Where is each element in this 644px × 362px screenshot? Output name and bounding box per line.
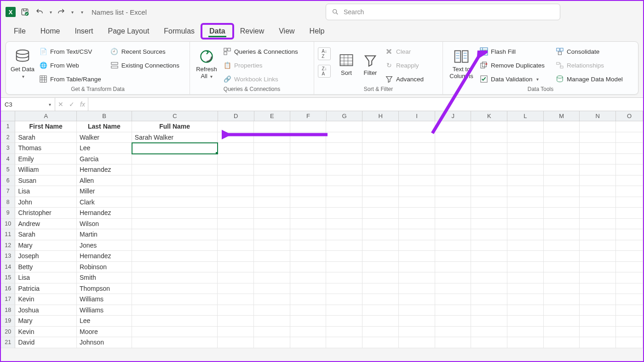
cell-B7[interactable]: Miller: [77, 186, 132, 197]
cell-O16[interactable]: [616, 283, 643, 294]
cell-B10[interactable]: Wilson: [77, 219, 132, 230]
cell-J20[interactable]: [435, 327, 472, 338]
cell-D11[interactable]: [218, 229, 254, 240]
cell-B5[interactable]: Hernandez: [77, 164, 132, 175]
cell-L7[interactable]: [507, 186, 544, 197]
tab-help[interactable]: Help: [302, 24, 332, 38]
cell-C2[interactable]: Sarah Walker: [132, 132, 218, 143]
cell-A19[interactable]: Mary: [15, 316, 77, 327]
cell-G4[interactable]: [326, 154, 362, 165]
cell-I18[interactable]: [399, 305, 435, 316]
cell-J10[interactable]: [435, 219, 472, 230]
cell-L8[interactable]: [507, 197, 544, 208]
cell-D17[interactable]: [218, 294, 254, 305]
cell-N6[interactable]: [580, 175, 616, 187]
data-validation-button[interactable]: Data Validation ▾: [478, 73, 546, 85]
from-web-button[interactable]: 🌐From Web: [37, 59, 103, 71]
cell-L21[interactable]: [507, 337, 544, 348]
cell-F17[interactable]: [290, 294, 327, 305]
cell-O9[interactable]: [616, 208, 643, 219]
cell-A21[interactable]: David: [15, 337, 77, 348]
cell-B14[interactable]: Robinson: [77, 262, 132, 273]
row-header[interactable]: 4: [1, 154, 15, 165]
cell-L13[interactable]: [507, 251, 544, 262]
enter-icon[interactable]: ✓: [69, 101, 75, 108]
cell-B4[interactable]: Garcia: [77, 154, 132, 165]
cell-B1[interactable]: Last Name: [77, 121, 132, 132]
cell-J14[interactable]: [435, 262, 472, 273]
cell-N8[interactable]: [580, 197, 616, 208]
cell-O3[interactable]: [616, 143, 643, 154]
cell-N11[interactable]: [580, 229, 616, 240]
cell-C17[interactable]: [132, 294, 218, 305]
cell-K10[interactable]: [471, 219, 507, 230]
cell-M2[interactable]: [544, 132, 580, 143]
cell-L14[interactable]: [507, 262, 544, 273]
sort-button[interactable]: Sort: [335, 44, 357, 84]
row-header[interactable]: 2: [1, 132, 15, 143]
col-header-L[interactable]: L: [507, 111, 544, 121]
cell-G2[interactable]: [326, 132, 362, 143]
row-header[interactable]: 18: [1, 305, 15, 316]
search-box[interactable]: Search: [326, 4, 560, 20]
cell-N5[interactable]: [580, 164, 616, 175]
cell-D6[interactable]: [218, 175, 254, 187]
cell-D8[interactable]: [218, 197, 254, 208]
col-header-N[interactable]: N: [580, 111, 616, 121]
cell-K18[interactable]: [471, 305, 507, 316]
cell-O4[interactable]: [616, 154, 643, 165]
cell-D1[interactable]: [218, 121, 254, 132]
cell-N13[interactable]: [580, 251, 616, 262]
fx-icon[interactable]: fx: [80, 101, 85, 108]
cell-K11[interactable]: [471, 229, 507, 240]
cell-C9[interactable]: [132, 208, 218, 219]
cell-H10[interactable]: [362, 219, 399, 230]
cell-J19[interactable]: [435, 316, 472, 327]
cell-C8[interactable]: [132, 197, 218, 208]
cell-M21[interactable]: [544, 337, 580, 348]
cell-D16[interactable]: [218, 283, 254, 294]
cell-B18[interactable]: Williams: [77, 305, 132, 316]
cell-A4[interactable]: Emily: [15, 154, 77, 165]
cell-C11[interactable]: [132, 229, 218, 240]
cell-K20[interactable]: [471, 327, 507, 338]
cell-F15[interactable]: [290, 272, 327, 283]
cell-F3[interactable]: [290, 143, 327, 154]
row-header[interactable]: 3: [1, 143, 15, 154]
cell-F7[interactable]: [290, 186, 327, 197]
cell-L15[interactable]: [507, 272, 544, 283]
cell-K7[interactable]: [471, 186, 507, 197]
clear-filter-button[interactable]: 🗙Clear: [383, 45, 426, 57]
cell-K21[interactable]: [471, 337, 507, 348]
cell-I14[interactable]: [399, 262, 435, 273]
cell-D19[interactable]: [218, 316, 254, 327]
cell-B2[interactable]: Walker: [77, 132, 132, 143]
cell-I5[interactable]: [399, 164, 435, 175]
cell-C15[interactable]: [132, 272, 218, 283]
tab-insert[interactable]: Insert: [67, 24, 100, 38]
cell-H3[interactable]: [362, 143, 399, 154]
cell-N12[interactable]: [580, 240, 616, 251]
cell-B17[interactable]: Williams: [77, 294, 132, 305]
cell-M7[interactable]: [544, 186, 580, 197]
properties-button[interactable]: 📋Properties: [221, 59, 300, 71]
cell-G17[interactable]: [326, 294, 362, 305]
cell-I1[interactable]: [399, 121, 435, 132]
tab-formulas[interactable]: Formulas: [156, 24, 202, 38]
cell-B19[interactable]: Lee: [77, 316, 132, 327]
cell-F19[interactable]: [290, 316, 327, 327]
cell-O11[interactable]: [616, 229, 643, 240]
cell-F5[interactable]: [290, 164, 327, 175]
cell-M3[interactable]: [544, 143, 580, 154]
cell-I9[interactable]: [399, 208, 435, 219]
cell-H8[interactable]: [362, 197, 399, 208]
cell-I7[interactable]: [399, 186, 435, 197]
redo-button[interactable]: [56, 6, 67, 17]
cell-F18[interactable]: [290, 305, 327, 316]
cell-L17[interactable]: [507, 294, 544, 305]
row-header[interactable]: 1: [1, 121, 15, 132]
cell-H15[interactable]: [362, 272, 399, 283]
cell-L10[interactable]: [507, 219, 544, 230]
cell-I16[interactable]: [399, 283, 435, 294]
cell-C6[interactable]: [132, 175, 218, 187]
